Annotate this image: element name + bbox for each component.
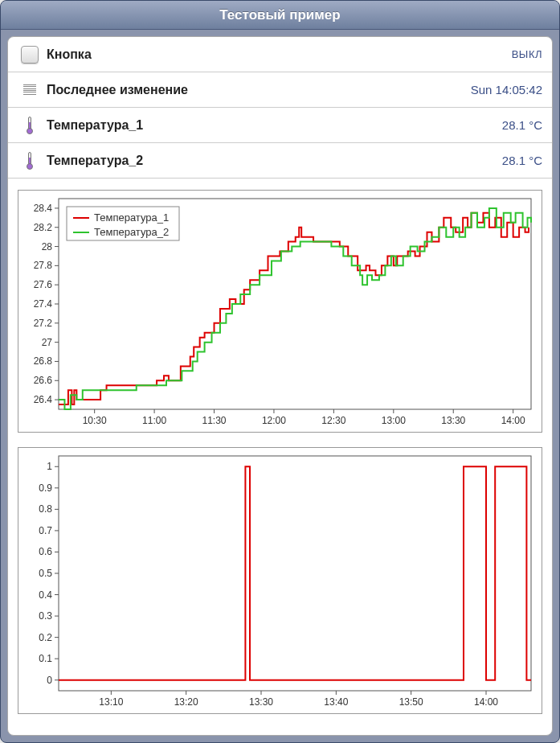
temperature-chart: 26.426.626.82727.227.427.627.82828.228.4…: [18, 190, 542, 433]
svg-text:Температура_2: Температура_2: [94, 226, 169, 238]
titlebar: Тестовый пример: [1, 1, 559, 30]
svg-text:0.8: 0.8: [39, 503, 52, 515]
svg-text:0.5: 0.5: [39, 568, 52, 579]
svg-text:27.8: 27.8: [34, 260, 53, 271]
row-temp1-value: 28.1 °C: [502, 118, 542, 132]
svg-text:11:30: 11:30: [202, 415, 227, 426]
svg-text:0.9: 0.9: [39, 482, 52, 494]
row-button-value: ВЫКЛ: [512, 48, 542, 60]
svg-text:28.4: 28.4: [34, 203, 53, 214]
svg-text:0: 0: [47, 675, 52, 686]
log-icon: [18, 82, 42, 98]
svg-text:12:30: 12:30: [321, 415, 345, 426]
svg-text:27.4: 27.4: [34, 298, 53, 310]
svg-text:10:30: 10:30: [83, 415, 107, 426]
thermometer-icon: [18, 117, 42, 134]
svg-text:13:20: 13:20: [174, 696, 198, 708]
row-lastchange-label: Последнее изменение: [47, 83, 471, 97]
svg-text:13:40: 13:40: [324, 696, 348, 708]
app-window: Тестовый пример Кнопка ВЫКЛ Последнее из…: [0, 0, 560, 743]
row-lastchange[interactable]: Последнее изменение Sun 14:05:42: [8, 72, 552, 108]
row-button-label: Кнопка: [47, 47, 512, 62]
svg-text:26.8: 26.8: [34, 355, 53, 367]
svg-text:0.1: 0.1: [39, 653, 52, 664]
svg-text:0.2: 0.2: [39, 632, 52, 643]
switch-button-icon: [18, 46, 42, 64]
svg-text:1: 1: [47, 461, 52, 472]
row-temp1[interactable]: Температура_1 28.1 °C: [8, 108, 552, 143]
row-lastchange-value: Sun 14:05:42: [471, 83, 542, 96]
svg-text:26.4: 26.4: [34, 394, 53, 405]
thermometer-icon: [18, 152, 42, 170]
svg-text:28: 28: [42, 241, 53, 252]
row-temp2-label: Температура_2: [47, 154, 502, 168]
svg-text:14:00: 14:00: [501, 415, 525, 426]
row-button[interactable]: Кнопка ВЫКЛ: [8, 37, 552, 72]
svg-text:13:10: 13:10: [99, 696, 123, 708]
svg-text:0.3: 0.3: [39, 610, 52, 622]
content-panel: Кнопка ВЫКЛ Последнее изменение Sun 14:0…: [7, 36, 553, 736]
svg-text:0.6: 0.6: [39, 546, 52, 557]
svg-rect-44: [59, 456, 531, 691]
row-temp2-value: 28.1 °C: [502, 154, 542, 167]
svg-text:13:50: 13:50: [399, 696, 423, 708]
row-temp1-label: Температура_1: [47, 118, 502, 133]
svg-text:27.2: 27.2: [34, 318, 53, 329]
svg-text:28.2: 28.2: [34, 222, 53, 233]
svg-text:27: 27: [42, 337, 53, 348]
title-text: Тестовый пример: [219, 7, 340, 23]
row-temp2[interactable]: Температура_2 28.1 °C: [8, 143, 552, 179]
switch-chart: 00.10.20.30.40.50.60.70.80.9113:1013:201…: [18, 447, 542, 714]
svg-text:11:00: 11:00: [142, 415, 166, 426]
svg-text:13:30: 13:30: [441, 415, 465, 426]
svg-text:12:00: 12:00: [262, 415, 286, 426]
svg-text:Температура_1: Температура_1: [94, 211, 169, 224]
chart2-svg: 00.10.20.30.40.50.60.70.80.9113:1013:201…: [18, 448, 539, 713]
svg-text:13:30: 13:30: [249, 696, 273, 708]
svg-text:13:00: 13:00: [382, 415, 406, 426]
svg-text:0.4: 0.4: [39, 589, 52, 601]
svg-text:0.7: 0.7: [39, 525, 52, 536]
svg-text:14:00: 14:00: [474, 696, 498, 708]
svg-text:27.6: 27.6: [34, 279, 53, 290]
svg-text:26.6: 26.6: [34, 375, 53, 386]
chart1-svg: 26.426.626.82727.227.427.627.82828.228.4…: [18, 191, 539, 432]
